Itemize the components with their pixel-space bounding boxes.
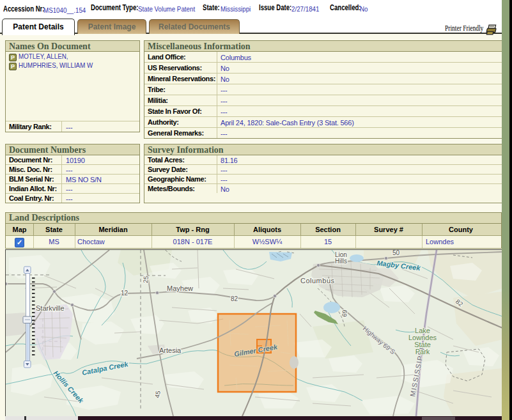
svg-text:Hills: Hills: [335, 258, 347, 265]
svg-text:Mayhew: Mayhew: [167, 284, 193, 292]
svg-text:12: 12: [121, 290, 128, 297]
svg-text:25: 25: [142, 276, 150, 283]
svg-text:82: 82: [231, 295, 238, 302]
svg-text:Starkville: Starkville: [36, 304, 65, 312]
svg-text:Columbus: Columbus: [300, 277, 335, 284]
svg-text:Park: Park: [415, 348, 430, 355]
svg-text:P: P: [11, 54, 15, 61]
svg-text:P: P: [11, 63, 15, 70]
svg-text:Artesia: Artesia: [159, 346, 182, 354]
svg-text:69: 69: [341, 309, 348, 317]
svg-text:50: 50: [392, 250, 400, 256]
